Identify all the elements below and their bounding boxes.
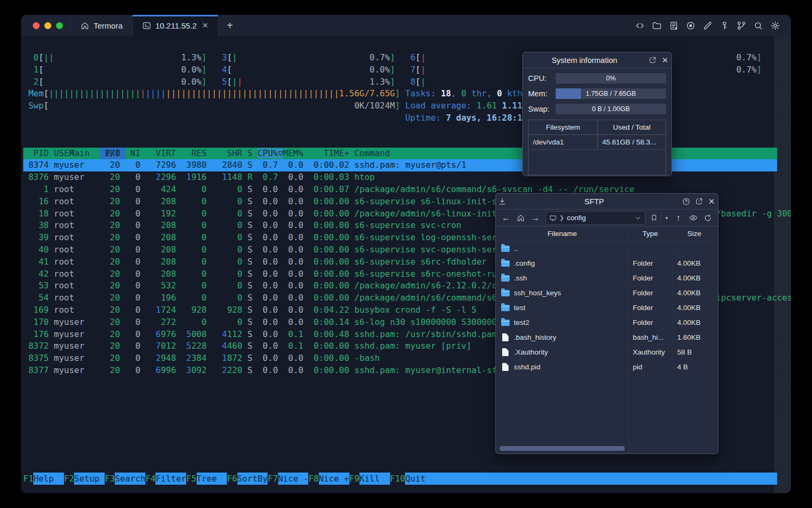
show-hidden-icon[interactable] [686, 212, 700, 224]
file-size: 4.00KB [672, 289, 717, 297]
file-type: Folder [629, 319, 672, 326]
fn-key-f7[interactable]: F7 [267, 473, 278, 485]
file-type: Folder [629, 304, 672, 312]
close-panel-icon[interactable]: ✕ [705, 196, 718, 207]
filesystem-row[interactable]: /dev/vda1 45.61GB / 58.3... [529, 135, 666, 150]
search-icon[interactable] [753, 21, 763, 31]
bookmark-caret-icon[interactable]: ▾ [663, 212, 670, 224]
file-type: pid [629, 363, 672, 371]
titlebar: Termora 10.211.55.2 ✕ + [21, 15, 791, 36]
edit-icon[interactable] [703, 21, 713, 31]
close-window-button[interactable] [33, 22, 40, 29]
file-row[interactable]: sshd.pidpid4 B [496, 360, 718, 375]
htop-meter-line: 0[|| 1.3%] 3[| 0.7%] 6[| 0.7%] [23, 52, 791, 64]
fn-label-f6[interactable]: SortBy [237, 473, 268, 485]
tab-remote-host[interactable]: 10.211.55.2 ✕ [133, 15, 218, 36]
file-size: 4 B [672, 363, 717, 371]
key-icon[interactable] [719, 21, 730, 31]
folder-icon[interactable] [652, 21, 662, 31]
fn-label-f10[interactable]: Quit [405, 473, 777, 485]
file-name: test2 [514, 319, 529, 326]
settings-icon[interactable] [770, 21, 780, 31]
file-row[interactable]: testFolder4.00KB [496, 301, 718, 315]
fn-key-f8[interactable]: F8 [308, 473, 318, 485]
fn-label-f1[interactable]: Help [33, 473, 64, 485]
fn-key-f6[interactable]: F6 [227, 473, 237, 485]
branch-icon[interactable] [736, 21, 746, 31]
file-name: ssh_host_keys [514, 289, 561, 297]
path-input[interactable]: ❯ config [546, 211, 645, 225]
up-directory-icon[interactable]: ↑ [671, 212, 685, 224]
filesystem-table: Filesystem Used / Total /dev/vda1 45.61G… [528, 120, 666, 175]
fn-key-f10[interactable]: F10 [390, 473, 405, 485]
fn-key-f9[interactable]: F9 [349, 473, 359, 485]
close-panel-icon[interactable]: ✕ [659, 55, 671, 66]
close-tab-icon[interactable]: ✕ [202, 21, 208, 30]
zoom-window-button[interactable] [56, 22, 63, 29]
file-name: .bash_history [514, 333, 556, 341]
htop-meter-line: 2[ 0.0%] 5[|| 1.3%] 8[| [23, 76, 791, 88]
back-icon[interactable]: ← [499, 212, 513, 224]
file-row[interactable]: .. [496, 241, 718, 256]
filename-col-header[interactable]: Filename [496, 226, 629, 241]
active-tab-label: 10.211.55.2 [155, 21, 197, 30]
file-name: test [514, 304, 525, 312]
new-tab-button[interactable]: + [218, 15, 242, 36]
folder-icon [501, 246, 510, 252]
file-icon [502, 363, 509, 371]
file-name: .Xauthority [514, 348, 548, 356]
file-row[interactable]: .bash_historybash_hi...1.60KB [496, 330, 718, 345]
file-row[interactable]: .XauthorityXauthority58 B [496, 345, 718, 360]
fn-label-f5[interactable]: Tree [197, 473, 227, 485]
sftp-table-header: Filename Type Size [496, 226, 718, 241]
file-type: bash_hi... [629, 333, 672, 341]
file-row[interactable]: ssh_host_keysFolder4.00KB [496, 286, 718, 301]
fn-key-f1[interactable]: F1 [23, 473, 33, 485]
home-icon[interactable] [514, 212, 528, 224]
sftp-panel: SFTP ✕ ← → ❯ config [495, 193, 718, 454]
code-icon[interactable] [635, 21, 645, 31]
fn-key-f3[interactable]: F3 [105, 473, 115, 485]
fn-label-f2[interactable]: Setup [74, 473, 105, 485]
folder-icon [501, 305, 510, 311]
folder-icon [501, 290, 510, 296]
htop-meter-line: Swp[ 0K/1024M] Load average: 1.61 1.11 1… [23, 100, 791, 112]
horizontal-scrollbar-thumb[interactable] [500, 446, 625, 451]
mem-label: Mem: [528, 89, 556, 98]
fn-label-f7[interactable]: Nice - [278, 473, 309, 485]
minimize-window-button[interactable] [44, 22, 51, 29]
fn-label-f4[interactable]: Filter [155, 473, 186, 485]
size-col-header[interactable]: Size [672, 226, 717, 241]
file-type: Xauthority [629, 348, 672, 356]
bookmark-icon[interactable] [649, 212, 659, 224]
fn-label-f3[interactable]: Search [115, 473, 145, 485]
file-row[interactable]: .configFolder4.00KB [496, 256, 718, 271]
filesystem-used-total: 45.61GB / 58.3... [598, 135, 666, 149]
path-separator: ❯ [559, 214, 564, 221]
log-icon[interactable] [669, 21, 679, 31]
help-icon[interactable] [680, 196, 693, 207]
fn-key-f2[interactable]: F2 [64, 473, 74, 485]
tab-termora-home[interactable]: Termora [70, 15, 133, 36]
htop-screen-tabs: MainI/O [23, 135, 791, 148]
file-size: 4.00KB [672, 259, 717, 267]
type-col-header[interactable]: Type [629, 226, 672, 241]
chevron-down-icon[interactable] [634, 214, 642, 222]
record-icon[interactable] [686, 21, 696, 31]
mem-usage-bar: 1.75GB / 7.65GB [556, 88, 666, 99]
file-icon [502, 348, 509, 356]
popout-icon[interactable] [693, 196, 705, 207]
popout-icon[interactable] [646, 55, 659, 66]
download-icon[interactable] [496, 196, 509, 207]
file-row[interactable]: .sshFolder4.00KB [496, 271, 718, 286]
file-row[interactable]: test2Folder4.00KB [496, 315, 718, 330]
fn-key-f4[interactable]: F4 [145, 473, 155, 485]
file-name: .config [514, 259, 535, 267]
file-name: .ssh [514, 274, 527, 282]
fn-key-f5[interactable]: F5 [186, 473, 196, 485]
refresh-icon[interactable] [701, 212, 715, 224]
fn-label-f9[interactable]: Kill [359, 473, 390, 485]
forward-icon[interactable]: → [529, 212, 542, 224]
fn-label-f8[interactable]: Nice + [319, 473, 349, 485]
sftp-file-table: Filename Type Size ...configFolder4.00KB… [496, 226, 718, 453]
